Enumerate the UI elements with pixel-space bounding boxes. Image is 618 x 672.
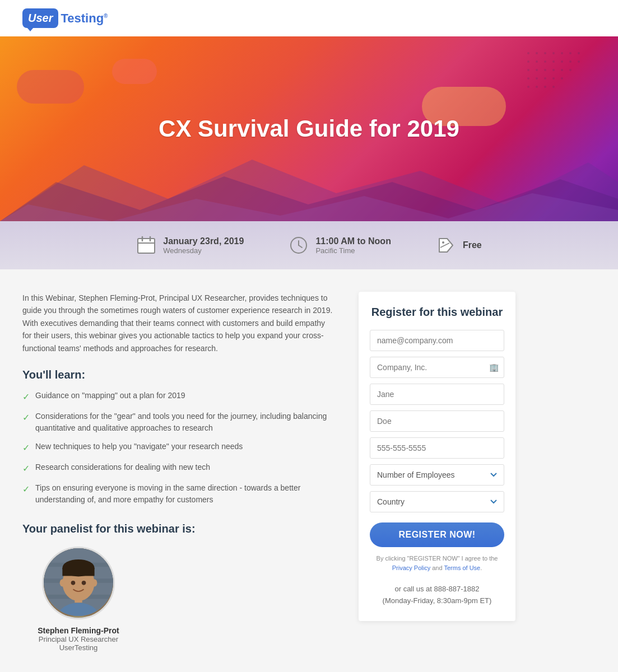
svg-point-53 [71, 581, 76, 585]
register-title: Register for this webinar [370, 306, 504, 319]
terms-link[interactable]: Terms of Use [444, 564, 480, 571]
first-name-field[interactable] [370, 384, 504, 405]
svg-point-3 [552, 52, 555, 54]
logo-bubble: User [22, 8, 58, 28]
svg-point-10 [552, 60, 555, 63]
check-icon-1: ✓ [22, 390, 30, 404]
cloud-decoration-1 [17, 70, 84, 104]
svg-point-14 [527, 69, 529, 71]
svg-point-9 [544, 60, 546, 63]
svg-point-25 [527, 86, 529, 88]
learn-item-2: Considerations for the "gear" and tools … [35, 410, 336, 434]
svg-point-8 [536, 60, 538, 63]
calendar-icon [136, 235, 156, 255]
svg-point-24 [561, 77, 563, 80]
hero-banner: CX Survival Guide for 2019 [0, 36, 618, 221]
check-icon-4: ✓ [22, 462, 30, 475]
svg-point-1 [536, 52, 538, 54]
country-select[interactable]: Country United States United Kingdom Can… [370, 491, 504, 512]
time-primary: 11:00 AM to Noon [315, 236, 391, 246]
svg-point-12 [569, 60, 571, 63]
svg-point-7 [527, 60, 529, 63]
avatar-svg [44, 548, 113, 618]
svg-point-6 [578, 52, 580, 54]
svg-point-19 [569, 69, 571, 71]
privacy-policy-link[interactable]: Privacy Policy [392, 564, 430, 571]
learn-item-3: New techniques to help you "navigate" yo… [35, 441, 243, 452]
list-item: ✓ Research considerations for dealing wi… [22, 461, 336, 475]
list-item: ✓ New techniques to help you "navigate" … [22, 441, 336, 455]
svg-point-11 [561, 60, 563, 63]
check-icon-2: ✓ [22, 411, 30, 424]
privacy-text: By clicking "REGISTER NOW" I agree to th… [370, 554, 504, 572]
svg-point-23 [552, 77, 555, 80]
dots-pattern [523, 48, 607, 104]
company-input-wrap: 🏢 [370, 357, 504, 378]
panelist-name: Stephen Fleming-Prot [38, 626, 119, 635]
learn-item-1: Guidance on "mapping" out a plan for 201… [35, 390, 185, 402]
price-primary: Free [463, 240, 482, 250]
list-item: ✓ Guidance on "mapping" out a plan for 2… [22, 390, 336, 404]
panelist-company: UserTesting [59, 643, 98, 652]
time-secondary: Pacific Time [315, 246, 391, 255]
svg-point-56 [92, 579, 97, 586]
phone-field[interactable] [370, 437, 504, 459]
building-icon: 🏢 [489, 363, 499, 372]
left-column: In this Webinar, Stephen Fleming-Prot, P… [22, 292, 336, 652]
svg-point-55 [60, 579, 66, 586]
svg-point-27 [544, 86, 546, 88]
date-info: January 23rd, 2019 Wednesday [136, 235, 244, 255]
svg-point-21 [536, 77, 538, 80]
svg-point-13 [578, 60, 580, 63]
panelist-role: Principal UX Researcher [39, 635, 118, 643]
email-field[interactable] [370, 330, 504, 351]
svg-point-28 [552, 86, 555, 88]
register-button[interactable]: REGISTER NOW! [370, 522, 504, 547]
logo: User Testing® [22, 8, 108, 28]
cloud-decoration-2 [112, 59, 157, 84]
svg-rect-52 [62, 568, 94, 576]
panelist-title: Your panelist for this webinar is: [22, 522, 336, 535]
svg-point-22 [544, 77, 546, 80]
panelist-info: Stephen Fleming-Prot Principal UX Resear… [22, 547, 134, 652]
avatar-image [44, 548, 113, 618]
info-bar: January 23rd, 2019 Wednesday 11:00 AM to… [0, 221, 618, 269]
list-item: ✓ Tips on ensuring everyone is moving in… [22, 482, 336, 506]
logo-testing-text: Testing® [61, 11, 108, 26]
panelist-section: Your panelist for this webinar is: [22, 522, 336, 652]
description-text: In this Webinar, Stephen Fleming-Prot, P… [22, 292, 336, 354]
right-column: Register for this webinar 🏢 Number of Em… [359, 292, 515, 652]
learn-title: You'll learn: [22, 368, 336, 381]
svg-point-17 [552, 69, 555, 71]
svg-point-39 [442, 241, 444, 244]
svg-point-26 [536, 86, 538, 88]
check-icon-3: ✓ [22, 441, 30, 455]
last-name-field[interactable] [370, 410, 504, 432]
header: User Testing® [0, 0, 618, 36]
svg-point-15 [536, 69, 538, 71]
panelist-avatar [42, 547, 115, 619]
mountains-decoration [0, 154, 618, 221]
logo-user-text: User [28, 12, 53, 24]
company-field[interactable] [370, 357, 504, 378]
svg-point-5 [569, 52, 571, 54]
check-icon-5: ✓ [22, 483, 30, 496]
employees-select[interactable]: Number of Employees 1-10 11-50 51-200 20… [370, 464, 504, 486]
register-panel: Register for this webinar 🏢 Number of Em… [359, 292, 515, 621]
svg-point-54 [82, 581, 86, 585]
list-item: ✓ Considerations for the "gear" and tool… [22, 410, 336, 434]
svg-point-16 [544, 69, 546, 71]
main-content: In this Webinar, Stephen Fleming-Prot, P… [0, 269, 618, 672]
learn-list: ✓ Guidance on "mapping" out a plan for 2… [22, 390, 336, 506]
svg-line-38 [299, 245, 302, 248]
price-tag-icon [436, 235, 456, 255]
call-text: or call us at 888-887-1882 (Monday-Frida… [370, 584, 504, 607]
hero-title: CX Survival Guide for 2019 [159, 115, 459, 142]
svg-rect-32 [138, 239, 155, 253]
time-info: 11:00 AM to Noon Pacific Time [289, 235, 391, 255]
price-info: Free [436, 235, 482, 255]
date-secondary: Wednesday [163, 246, 244, 255]
svg-point-4 [561, 52, 563, 54]
learn-item-5: Tips on ensuring everyone is moving in t… [35, 482, 336, 506]
svg-point-18 [561, 69, 563, 71]
